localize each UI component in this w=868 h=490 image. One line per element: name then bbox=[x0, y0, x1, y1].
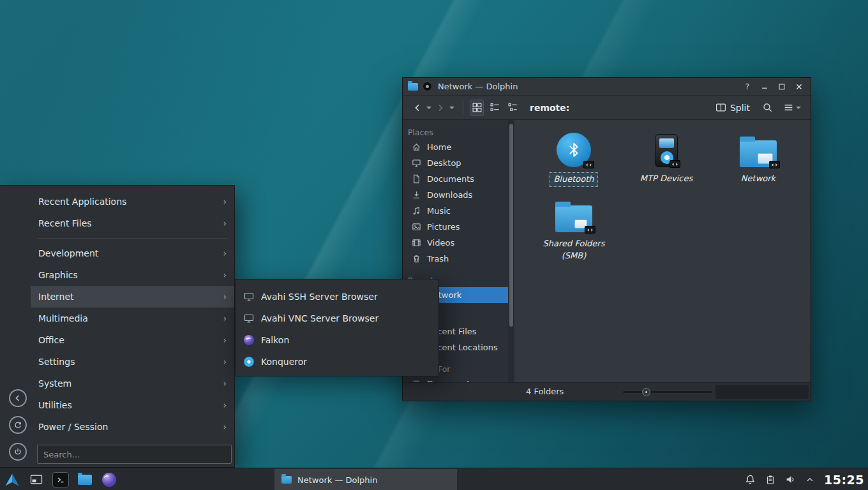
menu-item-recent-files[interactable]: Recent Files› bbox=[31, 212, 234, 234]
avahi-icon bbox=[244, 313, 254, 323]
place-downloads[interactable]: Downloads bbox=[403, 187, 508, 203]
place-label: Documents bbox=[427, 174, 474, 184]
submenu-item-avahi-vnc[interactable]: Avahi VNC Server Browser bbox=[236, 308, 438, 329]
file-item-network[interactable]: Network bbox=[714, 129, 803, 186]
details-view-button[interactable] bbox=[505, 100, 520, 116]
remote-emblem-icon bbox=[585, 226, 595, 234]
zoom-slider-handle[interactable] bbox=[642, 388, 650, 396]
location-breadcrumb[interactable]: remote: bbox=[530, 103, 569, 113]
internet-submenu: Avahi SSH Server Browser Avahi VNC Serve… bbox=[235, 279, 439, 376]
falkon-launcher-icon[interactable] bbox=[100, 470, 119, 489]
submenu-item-konqueror[interactable]: Konqueror bbox=[236, 351, 438, 373]
menu-item-label: Graphics bbox=[38, 270, 78, 280]
music-icon bbox=[412, 206, 421, 216]
submenu-item-avahi-ssh[interactable]: Avahi SSH Server Browser bbox=[236, 286, 438, 308]
close-button[interactable] bbox=[793, 80, 805, 93]
avahi-icon bbox=[244, 292, 254, 302]
place-videos[interactable]: Videos bbox=[403, 235, 508, 251]
places-scrollbar[interactable] bbox=[508, 120, 514, 382]
split-button[interactable]: Split bbox=[715, 102, 750, 113]
window-pager-icon[interactable] bbox=[27, 470, 46, 489]
place-label: Pictures bbox=[427, 222, 460, 232]
menu-item-graphics[interactable]: Graphics› bbox=[31, 264, 234, 286]
system-tray: 15:25 bbox=[745, 468, 864, 490]
help-button[interactable]: ? bbox=[741, 80, 754, 93]
tray-expand-caret-icon[interactable] bbox=[805, 475, 814, 484]
place-search-documents[interactable]: Documents bbox=[403, 376, 508, 382]
clipboard-icon[interactable] bbox=[765, 475, 775, 485]
minimize-button[interactable] bbox=[758, 80, 771, 93]
file-item-bluetooth[interactable]: Bluetooth bbox=[529, 129, 618, 187]
place-documents[interactable]: Documents bbox=[403, 171, 508, 187]
back-button[interactable] bbox=[410, 100, 424, 116]
menu-item-settings[interactable]: Settings› bbox=[31, 351, 234, 373]
menu-item-office[interactable]: Office› bbox=[31, 329, 234, 351]
menu-item-multimedia[interactable]: Multimedia› bbox=[31, 308, 234, 329]
menu-item-label: Office bbox=[38, 335, 64, 345]
remote-emblem-icon bbox=[583, 161, 594, 168]
place-trash[interactable]: Trash bbox=[403, 251, 508, 267]
menu-item-system[interactable]: System› bbox=[31, 373, 234, 394]
back-button-session[interactable] bbox=[9, 389, 27, 407]
hamburger-menu-button[interactable] bbox=[783, 102, 803, 113]
digital-clock[interactable]: 15:25 bbox=[824, 473, 864, 487]
forward-button[interactable] bbox=[433, 100, 447, 116]
dolphin-launcher-icon[interactable] bbox=[75, 470, 94, 489]
titlebar[interactable]: Network — Dolphin ? bbox=[403, 78, 811, 96]
terminal-launcher-icon[interactable] bbox=[51, 470, 70, 489]
folder-view[interactable]: Bluetooth MTP Devices bbox=[514, 120, 811, 382]
file-item-shared-folders[interactable]: Shared Folders (SMB) bbox=[529, 194, 618, 263]
menu-item-internet[interactable]: Internet› bbox=[31, 286, 234, 308]
session-buttons bbox=[9, 389, 27, 461]
taskbar-task-dolphin[interactable]: Network — Dolphin bbox=[274, 469, 457, 490]
search-button[interactable] bbox=[760, 100, 774, 116]
place-label: Videos bbox=[427, 238, 454, 248]
desktop-icon bbox=[412, 158, 421, 168]
restart-icon[interactable] bbox=[9, 416, 27, 434]
menu-item-label: Recent Applications bbox=[38, 197, 126, 207]
task-folder-icon bbox=[281, 476, 292, 484]
menu-item-label: Development bbox=[38, 248, 98, 258]
dolphin-window: Network — Dolphin ? remote: Split bbox=[402, 77, 811, 401]
submenu-item-label: Avahi SSH Server Browser bbox=[261, 292, 378, 302]
submenu-item-label: Konqueror bbox=[261, 357, 307, 367]
zoom-slider[interactable] bbox=[623, 391, 712, 393]
back-history-caret-icon[interactable] bbox=[426, 107, 431, 109]
menu-item-power-session[interactable]: Power / Session› bbox=[31, 416, 234, 438]
menu-item-label: Multimedia bbox=[38, 313, 88, 323]
scrollbar-thumb[interactable] bbox=[509, 124, 513, 327]
place-label: Music bbox=[427, 206, 451, 216]
submenu-arrow-icon: › bbox=[223, 218, 227, 228]
volume-speaker-icon[interactable] bbox=[785, 474, 796, 485]
search-input[interactable] bbox=[37, 445, 232, 464]
place-label: Home bbox=[427, 142, 451, 152]
menu-separator bbox=[37, 238, 228, 239]
place-home[interactable]: Home bbox=[403, 139, 508, 155]
place-label: Desktop bbox=[427, 158, 461, 168]
menu-item-development[interactable]: Development› bbox=[31, 242, 234, 264]
compact-view-button[interactable] bbox=[488, 100, 502, 116]
place-pictures[interactable]: Pictures bbox=[403, 219, 508, 235]
split-label: Split bbox=[730, 103, 750, 113]
menu-item-recent-applications[interactable]: Recent Applications› bbox=[31, 191, 234, 212]
place-music[interactable]: Music bbox=[403, 203, 508, 219]
forward-history-caret-icon[interactable] bbox=[449, 107, 454, 109]
mtp-devices-icon bbox=[655, 134, 678, 167]
submenu-arrow-icon: › bbox=[223, 197, 227, 207]
desktop-wallpaper: Network — Dolphin ? remote: Split bbox=[0, 0, 868, 490]
menu-item-utilities[interactable]: Utilities› bbox=[31, 394, 234, 416]
submenu-arrow-icon: › bbox=[223, 248, 227, 258]
file-item-mtp-devices[interactable]: MTP Devices bbox=[622, 129, 711, 186]
menu-item-label: System bbox=[38, 378, 71, 389]
application-launcher-button[interactable] bbox=[3, 470, 22, 489]
menu-item-label: Internet bbox=[38, 292, 74, 302]
maximize-button[interactable] bbox=[775, 80, 788, 93]
submenu-arrow-icon: › bbox=[223, 378, 227, 389]
shutdown-icon[interactable] bbox=[9, 443, 27, 461]
submenu-arrow-icon: › bbox=[223, 292, 227, 302]
place-desktop[interactable]: Desktop bbox=[403, 155, 508, 171]
toolbar-separator bbox=[463, 101, 463, 114]
submenu-item-falkon[interactable]: Falkon bbox=[236, 329, 438, 351]
icons-view-button[interactable] bbox=[470, 100, 484, 116]
notifications-bell-icon[interactable] bbox=[745, 474, 756, 485]
